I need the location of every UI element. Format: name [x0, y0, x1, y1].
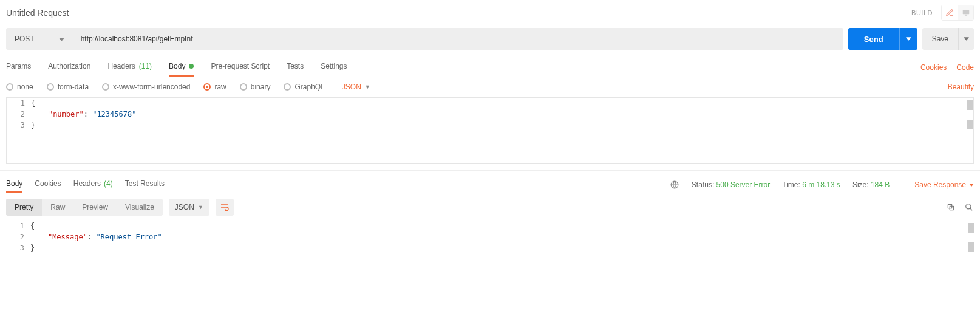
tab-authorization[interactable]: Authorization: [48, 58, 90, 77]
view-tab-visualize[interactable]: Visualize: [117, 199, 163, 216]
tab-params[interactable]: Params: [6, 58, 31, 77]
radio-none[interactable]: none: [6, 83, 33, 91]
send-button[interactable]: Send: [848, 28, 899, 50]
response-view-right: [946, 202, 974, 212]
request-body-editor[interactable]: 1{ 2 "number": "12345678" 3}: [6, 97, 974, 164]
response-status-right: Status: 500 Server Error Time: 6 m 18.13…: [670, 180, 974, 190]
radio-graphql[interactable]: GraphQL: [284, 83, 324, 91]
save-dropdown-button[interactable]: [958, 28, 974, 50]
code-indent: [30, 233, 48, 241]
wrap-icon: [220, 203, 230, 211]
radio-icon: [203, 83, 211, 91]
caret-down-icon: [964, 37, 969, 41]
scroll-marker: [967, 100, 973, 110]
tab-body[interactable]: Body: [169, 58, 194, 77]
line-number: 1: [6, 221, 30, 232]
code-indent: [31, 110, 49, 118]
tab-prerequest[interactable]: Pre-request Script: [211, 58, 270, 77]
resp-tab-headers-label: Headers: [73, 179, 101, 188]
caret-down-icon: ▼: [198, 204, 203, 210]
header-right: BUILD: [911, 5, 974, 21]
code-token: {: [30, 222, 35, 230]
globe-icon[interactable]: [670, 180, 679, 190]
radio-formdata[interactable]: form-data: [47, 83, 89, 91]
svg-rect-0: [962, 10, 969, 14]
body-type-row: none form-data x-www-form-urlencoded raw…: [0, 77, 980, 97]
save-button-group: Save: [922, 28, 974, 50]
request-title: Untitled Request: [6, 8, 69, 18]
radio-icon: [102, 83, 109, 91]
response-body-editor[interactable]: 1{ 2 "Message": "Request Error" 3}: [6, 221, 974, 281]
method-value: POST: [15, 35, 35, 43]
resp-tab-testresults[interactable]: Test Results: [125, 177, 165, 193]
response-format-dropdown[interactable]: JSON ▼: [169, 199, 209, 216]
beautify-link[interactable]: Beautify: [948, 83, 974, 91]
send-dropdown-button[interactable]: [899, 28, 917, 50]
radio-icon: [284, 83, 291, 91]
view-tab-preview[interactable]: Preview: [73, 199, 117, 216]
caret-down-icon: ▼: [365, 84, 370, 90]
request-tabs-right: Cookies Code: [920, 63, 974, 72]
response-view-row: Pretty Raw Preview Visualize JSON ▼: [0, 193, 980, 221]
status-group: Status: 500 Server Error: [692, 180, 770, 189]
status-label: Status:: [692, 180, 714, 189]
pencil-icon: [945, 9, 954, 17]
radio-formdata-label: form-data: [58, 83, 89, 91]
edit-icon-btn[interactable]: [942, 5, 958, 20]
scroll-marker: [968, 242, 974, 252]
radio-raw-label: raw: [214, 83, 226, 91]
cookies-link[interactable]: Cookies: [920, 63, 947, 72]
header-row: Untitled Request BUILD: [0, 0, 980, 28]
radio-urlencoded[interactable]: x-www-form-urlencoded: [102, 83, 190, 91]
time-label: Time:: [782, 180, 800, 189]
body-types: none form-data x-www-form-urlencoded raw…: [6, 83, 370, 91]
save-response-dropdown[interactable]: Save Response: [914, 180, 974, 189]
view-tab-raw[interactable]: Raw: [42, 199, 73, 216]
response-tabs: Body Cookies Headers (4) Test Results: [6, 177, 165, 193]
caret-down-icon: [906, 37, 911, 41]
line-number: 3: [7, 120, 31, 131]
code-token: }: [30, 244, 35, 252]
url-input[interactable]: [73, 28, 843, 50]
radio-graphql-label: GraphQL: [294, 83, 324, 91]
code-token: {: [31, 99, 35, 108]
tab-headers[interactable]: Headers (11): [107, 58, 152, 77]
search-button[interactable]: [964, 202, 974, 212]
size-value: 184 B: [871, 180, 890, 189]
build-label: BUILD: [911, 9, 933, 16]
resp-tab-cookies[interactable]: Cookies: [35, 177, 61, 193]
body-format-dropdown[interactable]: JSON ▼: [342, 83, 370, 91]
wrap-lines-button[interactable]: [216, 199, 234, 216]
search-icon: [965, 203, 973, 211]
scroll-marker: [967, 120, 973, 129]
tab-tests[interactable]: Tests: [287, 58, 304, 77]
resp-tab-headers-count: (4): [104, 179, 113, 188]
tab-settings[interactable]: Settings: [321, 58, 347, 77]
comment-icon: [962, 9, 970, 17]
radio-icon: [6, 83, 13, 91]
code-link[interactable]: Code: [956, 63, 974, 72]
caret-down-icon: [969, 184, 974, 187]
radio-raw[interactable]: raw: [203, 83, 226, 91]
save-button[interactable]: Save: [922, 28, 958, 50]
code-value: "12345678": [92, 110, 136, 118]
line-number: 2: [7, 109, 31, 120]
resp-tab-headers[interactable]: Headers (4): [73, 177, 113, 193]
resp-tab-body[interactable]: Body: [6, 177, 22, 193]
size-group: Size: 184 B: [852, 180, 890, 189]
line-number: 1: [7, 98, 31, 109]
divider: [902, 180, 902, 190]
method-select[interactable]: POST: [6, 28, 73, 50]
radio-icon: [240, 83, 247, 91]
request-tabs-row: Params Authorization Headers (11) Body P…: [0, 50, 980, 77]
caret-down-icon: [59, 35, 64, 43]
body-format-value: JSON: [342, 83, 361, 91]
view-tab-pretty[interactable]: Pretty: [6, 199, 42, 216]
comment-icon-btn[interactable]: [958, 5, 973, 20]
line-number: 3: [6, 242, 30, 253]
radio-binary-label: binary: [251, 83, 271, 91]
radio-binary[interactable]: binary: [240, 83, 271, 91]
tab-headers-label: Headers: [107, 62, 135, 70]
send-button-group: Send: [848, 28, 917, 50]
copy-button[interactable]: [946, 202, 956, 212]
